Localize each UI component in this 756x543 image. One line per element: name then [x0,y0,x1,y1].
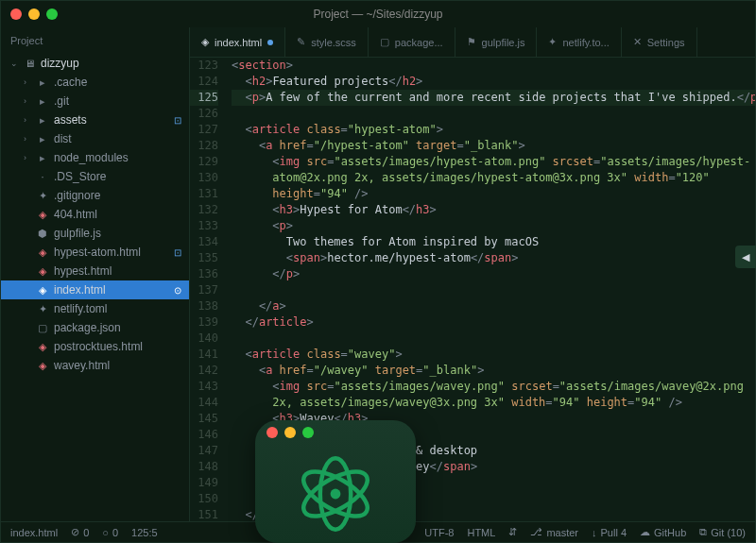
file-icon: ◈ [35,246,50,259]
file-icon: ▢ [35,322,50,334]
status-git[interactable]: ⧉ Git (10) [699,526,746,538]
tree-item--DS-Store[interactable]: ·.DS_Store [1,167,189,186]
tree-item-netlify-toml[interactable]: ✦netlify.toml [1,299,189,318]
app-icon-overlay [255,420,416,543]
file-tree[interactable]: ⌄🖥dizzyup›▸.cache›▸.git›▸assets⊡›▸dist›▸… [1,54,189,521]
svg-point-3 [331,489,341,500]
status-encoding[interactable]: UTF-8 [424,527,454,538]
file-icon: ▸ [35,114,50,127]
tree-item-dist[interactable]: ›▸dist [1,129,189,148]
modified-dot-icon [267,40,273,45]
tab-icon: ▢ [380,36,389,48]
status-warnings[interactable]: ○ 0 [102,527,118,538]
status-language[interactable]: HTML [467,527,495,538]
tree-item--gitignore[interactable]: ✦.gitignore [1,186,189,205]
tree-item-node-modules[interactable]: ›▸node_modules [1,148,189,167]
overlay-close-icon [266,427,278,438]
status-github[interactable]: ☁ GitHub [640,526,686,538]
tree-item--cache[interactable]: ›▸.cache [1,73,189,92]
status-network-icon[interactable]: ⇵ [508,526,517,538]
tab-icon: ✦ [548,36,557,48]
tab-icon: ✎ [297,36,305,48]
tab-bar: ◈index.html✎style.scss▢package...⚑gulpfi… [190,27,755,58]
tree-item-assets[interactable]: ›▸assets⊡ [1,110,189,129]
tab-Settings[interactable]: ✕Settings [622,27,697,57]
file-icon: ◈ [35,209,50,221]
file-icon: ✦ [35,303,50,315]
overlay-maximize-icon [302,427,314,438]
tree-item-wavey-html[interactable]: ◈wavey.html [1,356,189,375]
file-icon: ◈ [35,360,50,372]
sidebar-title: Project [1,27,189,54]
titlebar: Project — ~/Sites/dizzyup [1,1,755,27]
file-icon: ▸ [35,133,50,145]
tab-icon: ◈ [201,36,209,48]
tree-item-gulpfile-js[interactable]: ⬢gulpfile.js [1,224,189,243]
tree-item--git[interactable]: ›▸.git [1,92,189,110]
status-pull[interactable]: ↓ Pull 4 [592,527,627,538]
line-number-gutter: 1231241251261271281291301311321331341351… [190,58,226,521]
status-cursor[interactable]: 125:5 [131,527,158,538]
file-icon: ⬢ [35,228,50,240]
file-icon: ✦ [35,190,50,202]
status-branch[interactable]: ⎇ master [530,526,578,538]
tab-icon: ⚑ [467,36,476,48]
status-errors[interactable]: ⊘ 0 [71,526,89,538]
tree-item-package-json[interactable]: ▢package.json [1,318,189,337]
tab-package---[interactable]: ▢package... [369,27,455,57]
tree-item-index-html[interactable]: ◈index.html⊙ [1,280,189,299]
file-icon: ◈ [35,284,50,297]
tab-style-scss[interactable]: ✎style.scss [285,27,369,57]
tree-item-postrocktues-html[interactable]: ◈postrocktues.html [1,337,189,356]
file-icon: ▸ [35,76,50,89]
file-icon: ▸ [35,95,50,108]
atom-logo-icon [255,445,416,543]
tree-item-hypest-atom-html[interactable]: ◈hypest-atom.html⊡ [1,243,189,262]
file-icon: ▸ [35,152,50,164]
status-file[interactable]: index.html [10,527,58,538]
sidebar: Project ⌄🖥dizzyup›▸.cache›▸.git›▸assets⊡… [1,27,190,521]
tab-icon: ✕ [633,36,642,48]
tab-index-html[interactable]: ◈index.html [190,27,285,57]
tree-item-404-html[interactable]: ◈404.html [1,205,189,224]
tab-netlify-to---[interactable]: ✦netlify.to... [537,27,621,57]
file-icon: · [35,171,50,182]
file-icon: ◈ [35,265,50,278]
tab-gulpfile-js[interactable]: ⚑gulpfile.js [455,27,538,57]
tree-root[interactable]: ⌄🖥dizzyup [1,54,189,73]
panel-toggle-button[interactable]: ◀ [735,246,756,268]
overlay-titlebar [255,420,416,445]
tree-item-hypest-html[interactable]: ◈hypest.html [1,262,189,280]
window-title: Project — ~/Sites/dizzyup [1,8,755,21]
file-icon: ◈ [35,341,50,353]
overlay-minimize-icon [284,427,296,438]
